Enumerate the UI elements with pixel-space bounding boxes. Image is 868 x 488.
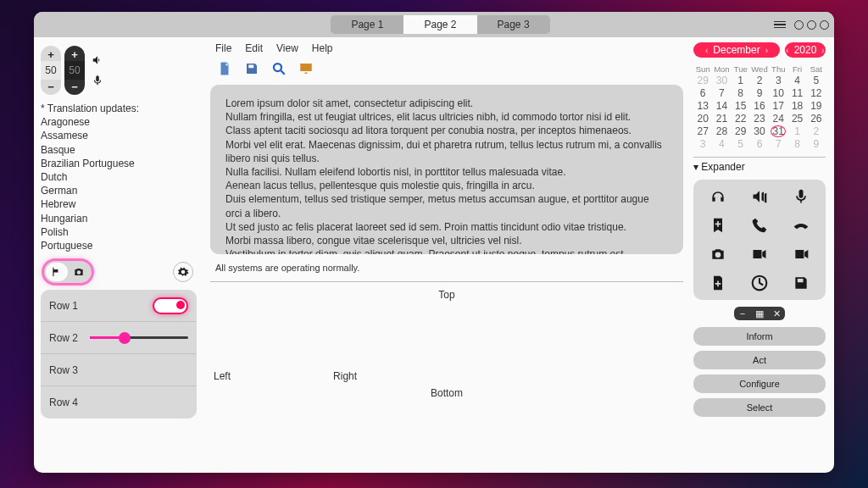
select-button[interactable]: Select (693, 398, 826, 417)
calendar-day[interactable]: 24 (769, 113, 787, 125)
linked-flag[interactable] (46, 263, 68, 281)
act-button[interactable]: Act (693, 351, 826, 369)
headphones-icon[interactable] (709, 188, 726, 205)
icon-grid (693, 180, 826, 300)
calendar-day[interactable]: 8 (732, 87, 750, 99)
window-minimize[interactable] (794, 20, 804, 30)
gear-button[interactable] (173, 262, 193, 282)
pos-top: Top (438, 289, 454, 301)
row-1-switch[interactable] (153, 297, 188, 314)
row-1[interactable]: Row 1 (41, 290, 197, 322)
hangup-icon[interactable] (793, 217, 810, 234)
calendar-day[interactable]: 29 (732, 125, 750, 137)
calendar-day[interactable]: 6 (693, 87, 712, 99)
toolbar-search-icon[interactable] (270, 59, 288, 78)
calendar-day[interactable]: 19 (807, 100, 826, 112)
bookmark-add-icon[interactable] (709, 217, 726, 234)
language-list: * Translation updates: AragoneseAssamese… (41, 102, 197, 254)
calendar-day[interactable]: 23 (750, 113, 769, 125)
linked-camera[interactable] (68, 263, 90, 281)
calendar-day[interactable]: 1 (732, 75, 750, 86)
list-item: Hebrew (41, 197, 197, 211)
toolbar (210, 56, 683, 85)
list-item: Aragonese (41, 115, 197, 129)
calendar-day[interactable]: 17 (769, 100, 787, 112)
calendar-day[interactable]: 21 (712, 113, 731, 125)
calendar-day[interactable]: 16 (750, 100, 769, 112)
link3-grid[interactable]: ▦ (751, 307, 768, 320)
calendar-day[interactable]: 3 (769, 75, 787, 86)
calendar-day[interactable]: 26 (807, 113, 826, 125)
row-2[interactable]: Row 2 (41, 322, 197, 354)
spin-dark-dec[interactable]: − (67, 80, 82, 93)
calendar-day[interactable]: 5 (807, 75, 826, 86)
calendar-day[interactable]: 7 (712, 87, 731, 99)
menu-file[interactable]: File (215, 42, 231, 54)
calendar-day[interactable]: 22 (732, 113, 750, 125)
calendar-day[interactable]: 9 (750, 87, 769, 99)
inform-button[interactable]: Inform (693, 327, 826, 346)
tab-page-2[interactable]: Page 2 (403, 15, 476, 34)
menu-help[interactable]: Help (312, 42, 333, 54)
calendar-grid[interactable]: SunMonTueWedThuFriSat2930123456789101112… (693, 64, 826, 150)
video-icon[interactable] (751, 246, 768, 263)
row-3[interactable]: Row 3 (41, 354, 197, 386)
link3-close[interactable]: ✕ (768, 307, 785, 320)
spin-dark-inc[interactable]: + (67, 47, 82, 61)
calendar-day[interactable]: 15 (732, 100, 750, 112)
calendar-day[interactable]: 11 (787, 87, 806, 99)
spin-light-inc[interactable]: + (43, 47, 58, 61)
configure-button[interactable]: Configure (693, 374, 826, 393)
pos-left: Left (214, 370, 231, 382)
calendar-day[interactable]: 28 (712, 125, 731, 137)
calendar-day[interactable]: 4 (787, 75, 806, 86)
hamburger-menu-icon[interactable] (774, 21, 786, 29)
text-block: Lorem ipsum dolor sit amet, consectetur … (210, 85, 683, 254)
toolbar-monitor-icon[interactable] (297, 59, 315, 78)
microphone-icon[interactable] (793, 188, 810, 205)
volume-icon[interactable] (92, 54, 103, 66)
position-labels: Top Left Right Bottom (210, 282, 683, 469)
calendar-day[interactable]: 18 (787, 100, 806, 112)
calendar-day[interactable]: 31 (769, 125, 787, 137)
window-maximize[interactable] (807, 20, 816, 30)
rows-panel: Row 1 Row 2 Row 3 Row 4 (41, 290, 197, 419)
calendar-day[interactable]: 13 (693, 100, 712, 112)
save-icon[interactable] (793, 274, 810, 291)
svg-point-1 (797, 252, 801, 257)
spin-light-value[interactable]: 50 (41, 61, 61, 80)
calendar-day[interactable]: 25 (787, 113, 806, 125)
expander[interactable]: Expander (693, 157, 826, 173)
toolbar-save-icon[interactable] (242, 59, 261, 78)
calendar-day[interactable]: 14 (712, 100, 731, 112)
spin-light-dec[interactable]: − (43, 80, 58, 93)
toolbar-new-icon[interactable] (215, 59, 234, 78)
camera-icon[interactable] (709, 246, 726, 263)
calendar-day[interactable]: 20 (693, 113, 712, 125)
menu-view[interactable]: View (276, 42, 298, 54)
tab-page-3[interactable]: Page 3 (477, 15, 550, 34)
calendar-day[interactable]: 30 (750, 125, 769, 137)
calendar-day[interactable]: 12 (807, 87, 826, 99)
speaker-icon[interactable] (751, 188, 768, 205)
phone-icon[interactable] (751, 217, 768, 234)
calendar-day[interactable]: 2 (750, 75, 769, 86)
calendar-year-pill[interactable]: ‹2020› (785, 42, 826, 58)
row-4[interactable]: Row 4 (41, 386, 197, 419)
clock-icon[interactable] (751, 274, 768, 291)
link3-minus[interactable]: − (734, 307, 751, 320)
spin-dark-value[interactable]: 50 (64, 61, 85, 80)
record-icon[interactable] (793, 246, 810, 263)
row-2-slider[interactable] (90, 336, 188, 339)
svg-point-0 (274, 64, 281, 71)
mic-icon[interactable] (92, 75, 103, 86)
calendar-day[interactable]: 27 (693, 125, 712, 137)
list-item: Portuguese (41, 239, 197, 252)
menu-edit[interactable]: Edit (245, 42, 263, 54)
file-add-icon[interactable] (709, 274, 726, 291)
calendar-day[interactable]: 10 (769, 87, 787, 99)
list-item: Dutch (41, 170, 197, 184)
tab-page-1[interactable]: Page 1 (331, 15, 403, 34)
calendar-month-pill[interactable]: ‹December› (693, 42, 780, 58)
window-close[interactable] (820, 20, 829, 30)
